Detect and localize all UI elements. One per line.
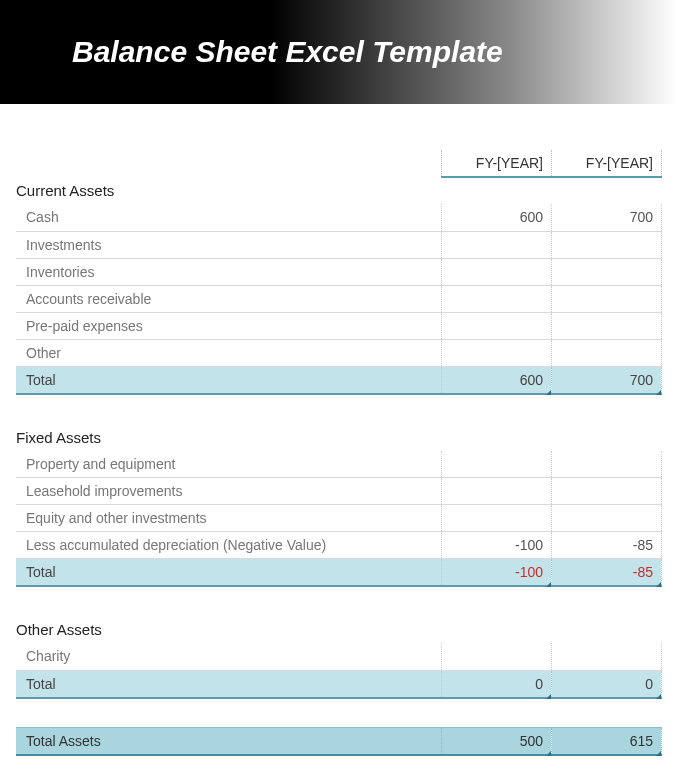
row-label: Total	[16, 559, 442, 587]
row-label: Other	[16, 339, 442, 366]
balance-table: FY-[YEAR] FY-[YEAR] Current Assets Cash …	[16, 114, 662, 756]
cell-y1: -100	[442, 532, 552, 559]
cell-y1	[442, 478, 552, 505]
row-label: Property and equipment	[16, 451, 442, 478]
row-label: Total Assets	[16, 728, 442, 756]
row-total-other: Total 0 0	[16, 670, 662, 698]
cell-y1	[442, 451, 552, 478]
cell-y2	[552, 258, 662, 285]
row-property: Property and equipment	[16, 451, 662, 478]
row-charity: Charity	[16, 643, 662, 670]
row-prepaid: Pre-paid expenses	[16, 312, 662, 339]
row-label: Accounts receivable	[16, 285, 442, 312]
cell-y2: 700	[552, 204, 662, 231]
section-title: Fixed Assets	[16, 424, 442, 451]
row-depreciation: Less accumulated depreciation (Negative …	[16, 532, 662, 559]
cell-y2: -85	[552, 532, 662, 559]
cell-y1	[442, 231, 552, 258]
row-label: Investments	[16, 231, 442, 258]
balance-sheet: FY-[YEAR] FY-[YEAR] Current Assets Cash …	[0, 104, 678, 756]
cell-y2	[552, 339, 662, 366]
page-title: Balance Sheet Excel Template	[72, 35, 503, 69]
row-accounts-receivable: Accounts receivable	[16, 285, 662, 312]
row-label: Total	[16, 670, 442, 698]
row-leasehold: Leasehold improvements	[16, 478, 662, 505]
cell-y2	[552, 478, 662, 505]
cell-y1: 600	[442, 366, 552, 394]
row-total-fixed: Total -100 -85	[16, 559, 662, 587]
row-label: Leasehold improvements	[16, 478, 442, 505]
cell-y1	[442, 643, 552, 670]
cell-y2: 700	[552, 366, 662, 394]
cell-y1	[442, 505, 552, 532]
cell-y1: 0	[442, 670, 552, 698]
cell-y2: 615	[552, 728, 662, 756]
cell-y2: 0	[552, 670, 662, 698]
section-title: Other Assets	[16, 616, 442, 643]
cell-y2	[552, 312, 662, 339]
cell-y1: 600	[442, 204, 552, 231]
row-label: Charity	[16, 643, 442, 670]
section-title: Current Assets	[16, 177, 442, 204]
row-other: Other	[16, 339, 662, 366]
cell-y1	[442, 339, 552, 366]
section-other-assets: Other Assets	[16, 616, 662, 643]
column-headers: FY-[YEAR] FY-[YEAR]	[16, 150, 662, 177]
cell-y2	[552, 505, 662, 532]
section-fixed-assets: Fixed Assets	[16, 424, 662, 451]
row-label: Total	[16, 366, 442, 394]
row-label: Cash	[16, 204, 442, 231]
row-label: Less accumulated depreciation (Negative …	[16, 532, 442, 559]
row-cash: Cash 600 700	[16, 204, 662, 231]
cell-y1	[442, 312, 552, 339]
row-total-current: Total 600 700	[16, 366, 662, 394]
cell-y1	[442, 285, 552, 312]
col-year2: FY-[YEAR]	[552, 150, 662, 177]
cell-y1: 500	[442, 728, 552, 756]
cell-y2	[552, 285, 662, 312]
row-label: Pre-paid expenses	[16, 312, 442, 339]
header-banner: Balance Sheet Excel Template	[0, 0, 678, 104]
cell-y2	[552, 451, 662, 478]
cell-y2: -85	[552, 559, 662, 587]
cell-y1	[442, 258, 552, 285]
cell-y2	[552, 231, 662, 258]
row-label: Equity and other investments	[16, 505, 442, 532]
row-investments: Investments	[16, 231, 662, 258]
row-label: Inventories	[16, 258, 442, 285]
row-total-assets: Total Assets 500 615	[16, 728, 662, 756]
row-equity-investments: Equity and other investments	[16, 505, 662, 532]
col-year1: FY-[YEAR]	[442, 150, 552, 177]
row-inventories: Inventories	[16, 258, 662, 285]
cell-y2	[552, 643, 662, 670]
cell-y1: -100	[442, 559, 552, 587]
section-current-assets: Current Assets	[16, 177, 662, 204]
